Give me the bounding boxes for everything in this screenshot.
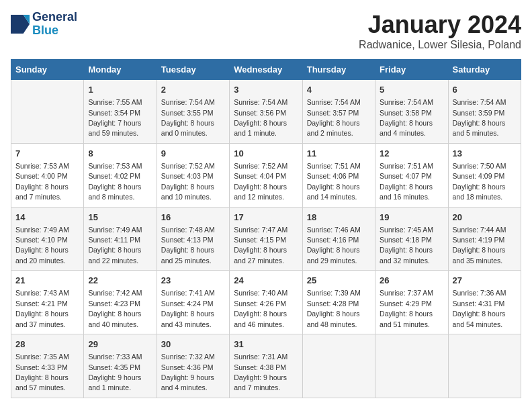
- calendar-cell: 10Sunrise: 7:52 AM Sunset: 4:04 PM Dayli…: [230, 143, 302, 207]
- calendar-cell: 30Sunrise: 7:32 AM Sunset: 4:36 PM Dayli…: [157, 334, 229, 398]
- calendar-cell: 22Sunrise: 7:42 AM Sunset: 4:23 PM Dayli…: [84, 271, 157, 334]
- day-info: Sunrise: 7:46 AM Sunset: 4:16 PM Dayligh…: [307, 226, 361, 265]
- calendar-cell: 8Sunrise: 7:53 AM Sunset: 4:02 PM Daylig…: [84, 143, 157, 207]
- day-number: 28: [15, 338, 79, 351]
- logo-line2: Blue: [32, 24, 77, 38]
- calendar-cell: 5Sunrise: 7:54 AM Sunset: 3:58 PM Daylig…: [375, 80, 448, 144]
- day-number: 16: [161, 212, 225, 224]
- day-number: 5: [380, 84, 443, 96]
- day-info: Sunrise: 7:51 AM Sunset: 4:07 PM Dayligh…: [380, 162, 433, 201]
- calendar-cell: 11Sunrise: 7:51 AM Sunset: 4:06 PM Dayli…: [302, 143, 375, 207]
- day-info: Sunrise: 7:54 AM Sunset: 3:59 PM Dayligh…: [453, 98, 506, 137]
- day-info: Sunrise: 7:39 AM Sunset: 4:28 PM Dayligh…: [307, 289, 361, 328]
- day-number: 29: [88, 338, 152, 351]
- day-number: 9: [161, 148, 225, 160]
- calendar-cell: 13Sunrise: 7:50 AM Sunset: 4:09 PM Dayli…: [448, 143, 521, 207]
- calendar-cell: 17Sunrise: 7:47 AM Sunset: 4:15 PM Dayli…: [230, 207, 302, 271]
- day-info: Sunrise: 7:54 AM Sunset: 3:58 PM Dayligh…: [380, 98, 433, 137]
- day-info: Sunrise: 7:45 AM Sunset: 4:18 PM Dayligh…: [380, 226, 433, 265]
- day-number: 1: [88, 84, 152, 96]
- day-number: 8: [88, 148, 152, 160]
- day-info: Sunrise: 7:51 AM Sunset: 4:06 PM Dayligh…: [307, 162, 361, 201]
- calendar-cell: 18Sunrise: 7:46 AM Sunset: 4:16 PM Dayli…: [302, 207, 375, 271]
- day-info: Sunrise: 7:54 AM Sunset: 3:57 PM Dayligh…: [307, 98, 361, 137]
- calendar-cell: 19Sunrise: 7:45 AM Sunset: 4:18 PM Dayli…: [375, 207, 448, 271]
- day-info: Sunrise: 7:44 AM Sunset: 4:19 PM Dayligh…: [453, 226, 506, 265]
- calendar-cell: [11, 80, 84, 144]
- day-number: 18: [307, 212, 371, 224]
- main-title: January 2024: [359, 11, 521, 39]
- day-number: 26: [380, 275, 443, 287]
- day-number: 19: [380, 212, 443, 224]
- day-info: Sunrise: 7:43 AM Sunset: 4:21 PM Dayligh…: [15, 289, 69, 328]
- day-number: 7: [15, 148, 79, 160]
- calendar-cell: 31Sunrise: 7:31 AM Sunset: 4:38 PM Dayli…: [230, 334, 302, 398]
- calendar-cell: 4Sunrise: 7:54 AM Sunset: 3:57 PM Daylig…: [302, 80, 375, 144]
- day-info: Sunrise: 7:54 AM Sunset: 3:55 PM Dayligh…: [161, 98, 215, 137]
- calendar-cell: 6Sunrise: 7:54 AM Sunset: 3:59 PM Daylig…: [448, 80, 521, 144]
- day-number: 27: [453, 275, 517, 287]
- column-header-thursday: Thursday: [302, 60, 375, 80]
- column-header-sunday: Sunday: [11, 60, 84, 80]
- day-info: Sunrise: 7:54 AM Sunset: 3:56 PM Dayligh…: [234, 98, 287, 137]
- day-number: 13: [453, 148, 517, 160]
- day-info: Sunrise: 7:36 AM Sunset: 4:31 PM Dayligh…: [453, 289, 506, 328]
- calendar-cell: 26Sunrise: 7:37 AM Sunset: 4:29 PM Dayli…: [375, 271, 448, 334]
- calendar-cell: 28Sunrise: 7:35 AM Sunset: 4:33 PM Dayli…: [11, 334, 84, 398]
- header: General Blue January 2024 Radwanice, Low…: [11, 11, 521, 51]
- calendar-cell: 21Sunrise: 7:43 AM Sunset: 4:21 PM Dayli…: [11, 271, 84, 334]
- logo: General Blue: [11, 11, 77, 38]
- day-info: Sunrise: 7:48 AM Sunset: 4:13 PM Dayligh…: [161, 226, 215, 265]
- header-row: SundayMondayTuesdayWednesdayThursdayFrid…: [11, 60, 521, 80]
- logo-text: General Blue: [32, 11, 77, 38]
- calendar-cell: 25Sunrise: 7:39 AM Sunset: 4:28 PM Dayli…: [302, 271, 375, 334]
- day-number: 2: [161, 84, 225, 96]
- column-header-monday: Monday: [84, 60, 157, 80]
- calendar-table: SundayMondayTuesdayWednesdayThursdayFrid…: [11, 59, 521, 398]
- day-number: 14: [15, 212, 79, 224]
- day-number: 4: [307, 84, 371, 96]
- day-info: Sunrise: 7:50 AM Sunset: 4:09 PM Dayligh…: [453, 162, 506, 201]
- column-header-tuesday: Tuesday: [157, 60, 229, 80]
- day-number: 10: [234, 148, 298, 160]
- day-number: 6: [453, 84, 517, 96]
- logo-icon: [11, 15, 30, 34]
- day-number: 25: [307, 275, 371, 287]
- column-header-friday: Friday: [375, 60, 448, 80]
- week-row-2: 7Sunrise: 7:53 AM Sunset: 4:00 PM Daylig…: [11, 143, 521, 207]
- day-info: Sunrise: 7:55 AM Sunset: 3:54 PM Dayligh…: [88, 98, 142, 137]
- day-info: Sunrise: 7:47 AM Sunset: 4:15 PM Dayligh…: [234, 226, 287, 265]
- calendar-cell: 2Sunrise: 7:54 AM Sunset: 3:55 PM Daylig…: [157, 80, 229, 144]
- calendar-cell: 9Sunrise: 7:52 AM Sunset: 4:03 PM Daylig…: [157, 143, 229, 207]
- calendar-cell: 7Sunrise: 7:53 AM Sunset: 4:00 PM Daylig…: [11, 143, 84, 207]
- calendar-cell: 23Sunrise: 7:41 AM Sunset: 4:24 PM Dayli…: [157, 271, 229, 334]
- day-number: 22: [88, 275, 152, 287]
- logo-line1: General: [32, 11, 77, 24]
- day-info: Sunrise: 7:31 AM Sunset: 4:38 PM Dayligh…: [234, 353, 287, 392]
- day-info: Sunrise: 7:53 AM Sunset: 4:02 PM Dayligh…: [88, 162, 142, 201]
- week-row-1: 1Sunrise: 7:55 AM Sunset: 3:54 PM Daylig…: [11, 80, 521, 144]
- day-number: 30: [161, 338, 225, 351]
- calendar-cell: 14Sunrise: 7:49 AM Sunset: 4:10 PM Dayli…: [11, 207, 84, 271]
- day-number: 24: [234, 275, 298, 287]
- week-row-5: 28Sunrise: 7:35 AM Sunset: 4:33 PM Dayli…: [11, 334, 521, 398]
- day-number: 21: [15, 275, 79, 287]
- day-info: Sunrise: 7:33 AM Sunset: 4:35 PM Dayligh…: [88, 353, 142, 392]
- day-number: 31: [234, 338, 298, 351]
- week-row-4: 21Sunrise: 7:43 AM Sunset: 4:21 PM Dayli…: [11, 271, 521, 334]
- calendar-cell: [448, 334, 521, 398]
- day-info: Sunrise: 7:52 AM Sunset: 4:04 PM Dayligh…: [234, 162, 287, 201]
- day-number: 12: [380, 148, 443, 160]
- day-number: 17: [234, 212, 298, 224]
- day-number: 11: [307, 148, 371, 160]
- day-number: 20: [453, 212, 517, 224]
- calendar-cell: 1Sunrise: 7:55 AM Sunset: 3:54 PM Daylig…: [84, 80, 157, 144]
- calendar-cell: 20Sunrise: 7:44 AM Sunset: 4:19 PM Dayli…: [448, 207, 521, 271]
- calendar-cell: 16Sunrise: 7:48 AM Sunset: 4:13 PM Dayli…: [157, 207, 229, 271]
- day-info: Sunrise: 7:49 AM Sunset: 4:10 PM Dayligh…: [15, 226, 69, 265]
- day-info: Sunrise: 7:42 AM Sunset: 4:23 PM Dayligh…: [88, 289, 142, 328]
- calendar-cell: 27Sunrise: 7:36 AM Sunset: 4:31 PM Dayli…: [448, 271, 521, 334]
- day-info: Sunrise: 7:40 AM Sunset: 4:26 PM Dayligh…: [234, 289, 287, 328]
- calendar-cell: [302, 334, 375, 398]
- calendar-cell: 24Sunrise: 7:40 AM Sunset: 4:26 PM Dayli…: [230, 271, 302, 334]
